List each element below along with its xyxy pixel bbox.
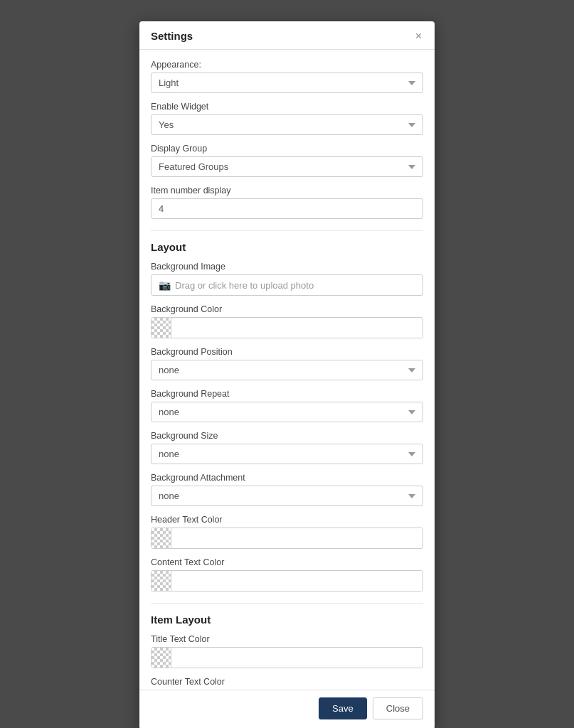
background-repeat-group: Background Repeat none repeat repeat-x r…: [151, 389, 423, 422]
content-text-color-swatch: [152, 571, 171, 591]
counter-text-color-group: Counter Text Color: [151, 677, 423, 690]
modal-body: Appearance: Light Dark Enable Widget Yes…: [139, 50, 435, 690]
camera-icon: 📷: [159, 279, 171, 291]
background-color-group: Background Color: [151, 304, 423, 338]
background-image-label: Background Image: [151, 262, 423, 272]
title-text-color-input[interactable]: [171, 648, 422, 668]
background-position-group: Background Position none top center bott…: [151, 347, 423, 380]
save-button[interactable]: Save: [319, 697, 367, 719]
content-text-color-wrapper[interactable]: [151, 570, 423, 592]
upload-placeholder: Drag or click here to upload photo: [175, 280, 314, 291]
background-position-select[interactable]: none top center bottom: [151, 360, 423, 380]
appearance-label: Appearance:: [151, 60, 423, 70]
enable-widget-label: Enable Widget: [151, 102, 423, 112]
title-text-color-group: Title Text Color: [151, 634, 423, 668]
appearance-group: Appearance: Light Dark: [151, 60, 423, 93]
enable-widget-select[interactable]: Yes No: [151, 114, 423, 135]
title-text-color-swatch: [152, 648, 171, 668]
item-number-label: Item number display: [151, 186, 423, 196]
header-text-color-wrapper[interactable]: [151, 528, 423, 549]
item-layout-section-heading: Item Layout: [151, 603, 423, 626]
background-repeat-select[interactable]: none repeat repeat-x repeat-y no-repeat: [151, 402, 423, 422]
background-size-group: Background Size none auto cover contain: [151, 431, 423, 464]
modal-title: Settings: [151, 30, 193, 42]
modal-overlay: Settings × Appearance: Light Dark Enable…: [14, 14, 560, 728]
content-text-color-input[interactable]: [171, 571, 422, 591]
background-attachment-label: Background Attachment: [151, 473, 423, 483]
background-size-label: Background Size: [151, 431, 423, 441]
background-color-input-wrapper[interactable]: [151, 317, 423, 338]
background-size-select[interactable]: none auto cover contain: [151, 444, 423, 464]
modal-footer: Save Close: [139, 690, 435, 728]
background-attachment-select[interactable]: none scroll fixed local: [151, 486, 423, 506]
display-group-label: Display Group: [151, 144, 423, 154]
header-text-color-input[interactable]: [171, 528, 422, 548]
counter-text-color-label: Counter Text Color: [151, 677, 423, 687]
layout-section-heading: Layout: [151, 230, 423, 253]
appearance-select[interactable]: Light Dark: [151, 73, 423, 93]
background-color-label: Background Color: [151, 304, 423, 314]
header-text-color-group: Header Text Color: [151, 515, 423, 549]
title-text-color-wrapper[interactable]: [151, 647, 423, 668]
background-color-swatch: [152, 318, 171, 338]
background-image-upload[interactable]: 📷 Drag or click here to upload photo: [151, 274, 423, 296]
display-group-group: Display Group Featured Groups: [151, 144, 423, 177]
header-text-color-label: Header Text Color: [151, 515, 423, 525]
title-text-color-label: Title Text Color: [151, 634, 423, 644]
modal-header: Settings ×: [139, 21, 435, 50]
background-color-text[interactable]: [171, 318, 422, 338]
close-button[interactable]: Close: [373, 697, 423, 719]
background-image-group: Background Image 📷 Drag or click here to…: [151, 262, 423, 296]
item-number-input[interactable]: [151, 198, 423, 219]
background-position-label: Background Position: [151, 347, 423, 357]
modal-close-button[interactable]: ×: [414, 31, 423, 42]
settings-modal: Settings × Appearance: Light Dark Enable…: [139, 21, 435, 728]
background-repeat-label: Background Repeat: [151, 389, 423, 399]
header-text-color-swatch: [152, 528, 171, 548]
content-text-color-group: Content Text Color: [151, 557, 423, 592]
item-number-group: Item number display: [151, 186, 423, 219]
enable-widget-group: Enable Widget Yes No: [151, 102, 423, 135]
background-attachment-group: Background Attachment none scroll fixed …: [151, 473, 423, 506]
display-group-select[interactable]: Featured Groups: [151, 156, 423, 177]
content-text-color-label: Content Text Color: [151, 557, 423, 567]
